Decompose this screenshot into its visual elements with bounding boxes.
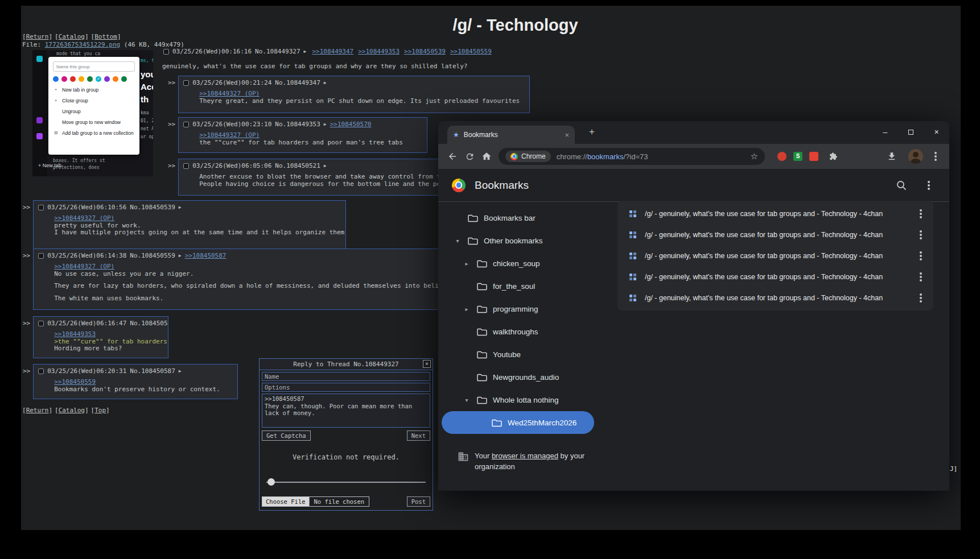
expand-arrow-icon[interactable]: ▸ bbox=[462, 306, 471, 312]
post-checkbox[interactable] bbox=[38, 253, 44, 259]
post-number-link[interactable]: No.108450570 bbox=[130, 320, 168, 327]
post-number-link[interactable]: No.108449353 bbox=[275, 121, 320, 128]
top-link[interactable]: Top bbox=[94, 407, 106, 414]
search-icon[interactable] bbox=[896, 180, 907, 191]
post-backlink[interactable]: >>108450587 bbox=[185, 252, 227, 259]
comment-line: Hording more tabs? bbox=[54, 345, 163, 353]
bookmark-more-kebab-icon[interactable] bbox=[920, 213, 922, 215]
get-captcha-button[interactable]: Get Captcha bbox=[262, 430, 311, 441]
folder-bookmarks-bar[interactable]: Bookmarks bar bbox=[438, 206, 609, 229]
comment-line: They are for lazy tab horders, who spira… bbox=[54, 283, 437, 290]
post-checkbox[interactable] bbox=[38, 321, 44, 326]
post-number-link[interactable]: No.108450539 bbox=[130, 204, 175, 211]
reply-post: >>03/25/26(Wed)06:05:06No.108450521▶Anot… bbox=[168, 159, 443, 196]
expand-arrow-icon[interactable]: ▾ bbox=[453, 238, 462, 244]
home-icon[interactable] bbox=[478, 151, 495, 162]
folder-programming[interactable]: ▸programming bbox=[438, 297, 609, 320]
post-menu-arrow-icon[interactable]: ▶ bbox=[179, 368, 182, 374]
post-menu-arrow-icon[interactable]: ▶ bbox=[179, 205, 182, 210]
folder-whole-lotta-nothing[interactable]: ▾Whole lotta nothing bbox=[438, 388, 609, 411]
post-number-link[interactable]: No.108449347 bbox=[275, 79, 320, 86]
file-slider[interactable] bbox=[266, 478, 426, 486]
bookmark-favicon bbox=[629, 210, 637, 218]
qr-options-input[interactable]: Options bbox=[262, 383, 430, 392]
bookmark-item[interactable]: /g/ - genuinely, what's the use case for… bbox=[617, 203, 933, 224]
file-input[interactable]: Choose FileNo file chosen bbox=[262, 496, 369, 507]
quotelink[interactable]: >>108449327 (OP) bbox=[54, 263, 437, 271]
bookmark-star-icon[interactable]: ☆ bbox=[751, 151, 758, 162]
folder-other-bookmarks[interactable]: ▾Other bookmarks bbox=[438, 229, 609, 252]
folder-label: Wed25thMarch2026 bbox=[508, 419, 577, 427]
bookmark-title: /g/ - genuinely, what's the use case for… bbox=[645, 273, 908, 281]
bookmark-item[interactable]: /g/ - genuinely, what's the use case for… bbox=[617, 245, 933, 266]
bookmark-item[interactable]: /g/ - genuinely, what's the use case for… bbox=[617, 287, 933, 308]
quotelink[interactable]: >>108449327 (OP) bbox=[199, 132, 422, 139]
folder-youtube[interactable]: Youtube bbox=[438, 343, 609, 366]
profile-avatar[interactable] bbox=[908, 149, 923, 164]
return-link[interactable]: Return bbox=[26, 407, 49, 414]
side-arrows: >> bbox=[23, 364, 30, 375]
maximize-button[interactable] bbox=[898, 121, 924, 144]
bookmark-more-kebab-icon[interactable] bbox=[920, 276, 922, 278]
bookmark-item[interactable]: /g/ - genuinely, what's the use case for… bbox=[617, 224, 933, 245]
slider-knob[interactable] bbox=[267, 478, 275, 486]
tab-close-icon[interactable]: × bbox=[565, 131, 569, 139]
reload-icon[interactable] bbox=[461, 151, 478, 162]
post-menu-arrow-icon[interactable]: ▶ bbox=[324, 163, 327, 168]
post-menu-arrow-icon[interactable]: ▶ bbox=[324, 80, 327, 85]
extension-orange-icon[interactable] bbox=[809, 152, 818, 161]
new-tab-button[interactable]: + bbox=[584, 125, 600, 140]
site-chip[interactable]: Chrome bbox=[505, 151, 551, 162]
close-window-button[interactable]: × bbox=[924, 121, 949, 144]
expand-arrow-icon[interactable]: ▸ bbox=[462, 260, 471, 267]
post-checkbox[interactable] bbox=[183, 80, 189, 86]
folder-newgrounds-audio[interactable]: Newgrounds_audio bbox=[438, 366, 609, 388]
browser-tab-bookmarks[interactable]: ★ Bookmarks × bbox=[447, 126, 575, 144]
folder-wed25thmarch2026[interactable]: Wed25thMarch2026 bbox=[442, 411, 594, 434]
post-number-link[interactable]: No.108450559 bbox=[130, 252, 175, 259]
post-menu-arrow-icon[interactable]: ▶ bbox=[324, 122, 327, 127]
browser-menu-kebab-icon[interactable] bbox=[934, 155, 937, 158]
tab-title: Bookmarks bbox=[464, 131, 561, 139]
post-button[interactable]: Post bbox=[407, 496, 430, 507]
post-menu-arrow-icon[interactable]: ▶ bbox=[179, 253, 182, 258]
catalog-link[interactable]: Catalog bbox=[59, 407, 85, 414]
post-checkbox[interactable] bbox=[38, 368, 44, 374]
quotelink[interactable]: >>108449353 bbox=[54, 331, 163, 338]
quotelink[interactable]: >>108450559 bbox=[54, 379, 233, 386]
post-backlink[interactable]: >>108450570 bbox=[330, 121, 372, 128]
qr-file-row: Choose FileNo file chosen Post bbox=[262, 496, 430, 507]
qr-title-bar[interactable]: Reply to Thread No.108449327× bbox=[260, 359, 433, 370]
back-icon[interactable] bbox=[444, 151, 461, 162]
quotelink[interactable]: >>108449327 (OP) bbox=[199, 90, 525, 98]
post-checkbox[interactable] bbox=[38, 205, 44, 210]
page-more-kebab-icon[interactable] bbox=[928, 184, 930, 187]
qr-close-button[interactable]: × bbox=[423, 360, 431, 368]
next-button[interactable]: Next bbox=[407, 430, 430, 441]
extension-s-icon[interactable]: S bbox=[793, 152, 802, 161]
post-checkbox[interactable] bbox=[183, 122, 189, 127]
comment-line: Bookmarks don't preserve history or cont… bbox=[54, 386, 233, 394]
bookmark-more-kebab-icon[interactable] bbox=[920, 234, 922, 236]
post-number-link[interactable]: No.108450521 bbox=[275, 162, 320, 169]
download-icon[interactable] bbox=[883, 151, 900, 162]
managed-link[interactable]: browser is managed bbox=[492, 452, 558, 460]
quotelink[interactable]: >>108449327 (OP) bbox=[54, 215, 341, 222]
extension-adblock-icon[interactable] bbox=[777, 152, 787, 161]
bookmark-more-kebab-icon[interactable] bbox=[920, 297, 922, 299]
bookmark-item[interactable]: /g/ - genuinely, what's the use case for… bbox=[617, 266, 933, 287]
choose-file-button[interactable]: Choose File bbox=[262, 497, 310, 506]
folder-walkthroughs[interactable]: walkthroughs bbox=[438, 320, 609, 343]
folder-for-the-soul[interactable]: for_the_soul bbox=[438, 275, 609, 297]
expand-arrow-icon[interactable]: ▾ bbox=[462, 397, 471, 403]
qr-name-input[interactable]: Name bbox=[262, 372, 430, 381]
qr-comment-textarea[interactable]: >>108450587 They can, though. Poor can m… bbox=[262, 394, 430, 428]
minimize-button[interactable]: – bbox=[872, 121, 898, 144]
folder-chicken-soup[interactable]: ▸chicken_soup bbox=[438, 252, 609, 275]
post-checkbox[interactable] bbox=[183, 163, 189, 169]
bookmark-more-kebab-icon[interactable] bbox=[920, 255, 922, 257]
side-arrows: >> bbox=[23, 316, 30, 327]
post-number-link[interactable]: No.108450587 bbox=[130, 367, 175, 375]
extensions-puzzle-icon[interactable] bbox=[825, 151, 842, 162]
address-bar[interactable]: Chrome chrome://bookmarks/?id=73 ☆ bbox=[499, 148, 765, 165]
